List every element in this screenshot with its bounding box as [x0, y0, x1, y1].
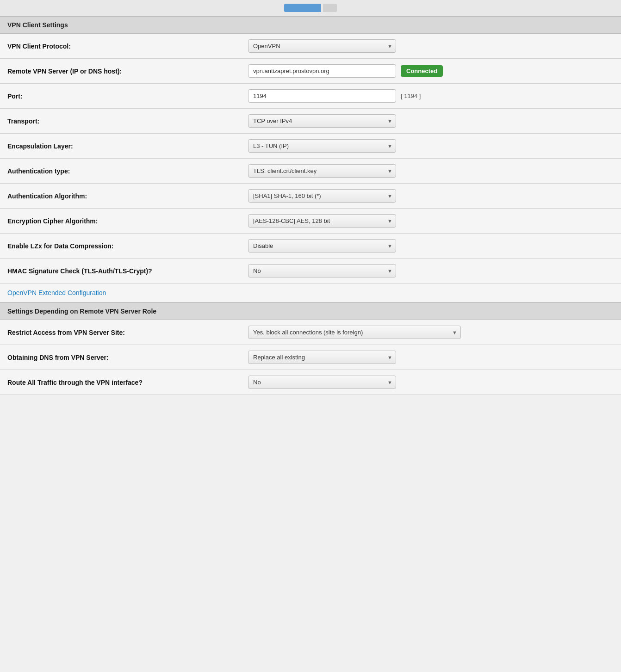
route-all-traffic-select-wrapper: No Yes ▼: [248, 376, 396, 389]
encapsulation-layer-row: Encapsulation Layer: L3 - TUN (IP) L2 - …: [0, 134, 621, 159]
encryption-cipher-control: [AES-128-CBC] AES, 128 bit [AES-256-CBC]…: [248, 214, 614, 228]
auth-algorithm-control: [SHA1] SHA-1, 160 bit (*) [SHA256] SHA-2…: [248, 189, 614, 203]
auth-type-control: TLS: client.crt/client.key Static Key Us…: [248, 164, 614, 178]
route-all-traffic-label: Route All Traffic through the VPN interf…: [7, 379, 248, 386]
obtaining-dns-select[interactable]: Replace all existing Add to existing Dis…: [248, 351, 396, 364]
route-all-traffic-control: No Yes ▼: [248, 376, 614, 389]
remote-server-settings-header: Settings Depending on Remote VPN Server …: [0, 302, 621, 320]
remote-vpn-server-control: Connected: [248, 64, 614, 78]
port-hint: [ 1194 ]: [401, 92, 421, 99]
hmac-signature-control: No Yes (TLS-Auth) Yes (TLS-Crypt) ▼: [248, 264, 614, 277]
port-input[interactable]: [248, 89, 396, 103]
vpn-client-protocol-label: VPN Client Protocol:: [7, 43, 248, 50]
restrict-access-row: Restrict Access from VPN Server Site: Ye…: [0, 320, 621, 345]
vpn-client-settings-header: VPN Client Settings: [0, 16, 621, 34]
transport-control: TCP over IPv4 UDP over IPv4 TCP over IPv…: [248, 114, 614, 128]
progress-empty: [323, 4, 337, 12]
lzx-compression-select-wrapper: Disable Enable (LZO) Enable (LZ4) ▼: [248, 239, 396, 253]
transport-select-wrapper: TCP over IPv4 UDP over IPv4 TCP over IPv…: [248, 114, 396, 128]
obtaining-dns-row: Obtaining DNS from VPN Server: Replace a…: [0, 345, 621, 370]
encryption-cipher-select-wrapper: [AES-128-CBC] AES, 128 bit [AES-256-CBC]…: [248, 214, 396, 228]
port-label: Port:: [7, 92, 248, 100]
vpn-client-protocol-row: VPN Client Protocol: OpenVPN ▼: [0, 34, 621, 59]
hmac-signature-select[interactable]: No Yes (TLS-Auth) Yes (TLS-Crypt): [248, 264, 396, 277]
extended-config-link-row: OpenVPN Extended Configuration: [0, 284, 621, 302]
restrict-access-select-wrapper: Yes, block all connections (site is fore…: [248, 326, 461, 339]
restrict-access-label: Restrict Access from VPN Server Site:: [7, 329, 248, 336]
encryption-cipher-row: Encryption Cipher Algorithm: [AES-128-CB…: [0, 209, 621, 234]
auth-algorithm-select-wrapper: [SHA1] SHA-1, 160 bit (*) [SHA256] SHA-2…: [248, 189, 396, 203]
top-progress-bar: [0, 0, 621, 16]
encryption-cipher-label: Encryption Cipher Algorithm:: [7, 217, 248, 225]
obtaining-dns-label: Obtaining DNS from VPN Server:: [7, 354, 248, 361]
auth-type-select[interactable]: TLS: client.crt/client.key Static Key Us…: [248, 164, 396, 178]
auth-algorithm-label: Authentication Algorithm:: [7, 192, 248, 200]
obtaining-dns-control: Replace all existing Add to existing Dis…: [248, 351, 614, 364]
route-all-traffic-select[interactable]: No Yes: [248, 376, 396, 389]
transport-row: Transport: TCP over IPv4 UDP over IPv4 T…: [0, 109, 621, 134]
connected-badge: Connected: [401, 65, 443, 77]
lzx-compression-label: Enable LZx for Data Compression:: [7, 242, 248, 250]
encapsulation-layer-select-wrapper: L3 - TUN (IP) L2 - TAP (Ethernet) ▼: [248, 139, 396, 153]
openvpn-extended-config-link[interactable]: OpenVPN Extended Configuration: [7, 289, 106, 296]
port-control: [ 1194 ]: [248, 89, 614, 103]
hmac-signature-row: HMAC Signature Check (TLS-Auth/TLS-Crypt…: [0, 259, 621, 284]
vpn-client-protocol-control: OpenVPN ▼: [248, 39, 614, 53]
lzx-compression-row: Enable LZx for Data Compression: Disable…: [0, 234, 621, 259]
hmac-signature-label: HMAC Signature Check (TLS-Auth/TLS-Crypt…: [7, 267, 248, 275]
transport-select[interactable]: TCP over IPv4 UDP over IPv4 TCP over IPv…: [248, 114, 396, 128]
auth-type-row: Authentication type: TLS: client.crt/cli…: [0, 159, 621, 184]
port-row: Port: [ 1194 ]: [0, 84, 621, 109]
lzx-compression-select[interactable]: Disable Enable (LZO) Enable (LZ4): [248, 239, 396, 253]
vpn-client-protocol-select[interactable]: OpenVPN: [248, 39, 396, 53]
restrict-access-select[interactable]: Yes, block all connections (site is fore…: [248, 326, 461, 339]
restrict-access-control: Yes, block all connections (site is fore…: [248, 326, 614, 339]
encapsulation-layer-select[interactable]: L3 - TUN (IP) L2 - TAP (Ethernet): [248, 139, 396, 153]
obtaining-dns-select-wrapper: Replace all existing Add to existing Dis…: [248, 351, 396, 364]
remote-vpn-server-row: Remote VPN Server (IP or DNS host): Conn…: [0, 59, 621, 84]
remote-vpn-server-label: Remote VPN Server (IP or DNS host):: [7, 68, 248, 75]
hmac-signature-select-wrapper: No Yes (TLS-Auth) Yes (TLS-Crypt) ▼: [248, 264, 396, 277]
auth-type-label: Authentication type:: [7, 167, 248, 175]
encapsulation-layer-control: L3 - TUN (IP) L2 - TAP (Ethernet) ▼: [248, 139, 614, 153]
vpn-client-protocol-select-wrapper: OpenVPN ▼: [248, 39, 396, 53]
auth-type-select-wrapper: TLS: client.crt/client.key Static Key Us…: [248, 164, 396, 178]
encapsulation-layer-label: Encapsulation Layer:: [7, 142, 248, 150]
lzx-compression-control: Disable Enable (LZO) Enable (LZ4) ▼: [248, 239, 614, 253]
remote-vpn-server-input[interactable]: [248, 64, 396, 78]
route-all-traffic-row: Route All Traffic through the VPN interf…: [0, 370, 621, 395]
auth-algorithm-row: Authentication Algorithm: [SHA1] SHA-1, …: [0, 184, 621, 209]
progress-filled: [284, 4, 321, 12]
progress-indicator: [284, 4, 337, 12]
transport-label: Transport:: [7, 117, 248, 125]
auth-algorithm-select[interactable]: [SHA1] SHA-1, 160 bit (*) [SHA256] SHA-2…: [248, 189, 396, 203]
encryption-cipher-select[interactable]: [AES-128-CBC] AES, 128 bit [AES-256-CBC]…: [248, 214, 396, 228]
